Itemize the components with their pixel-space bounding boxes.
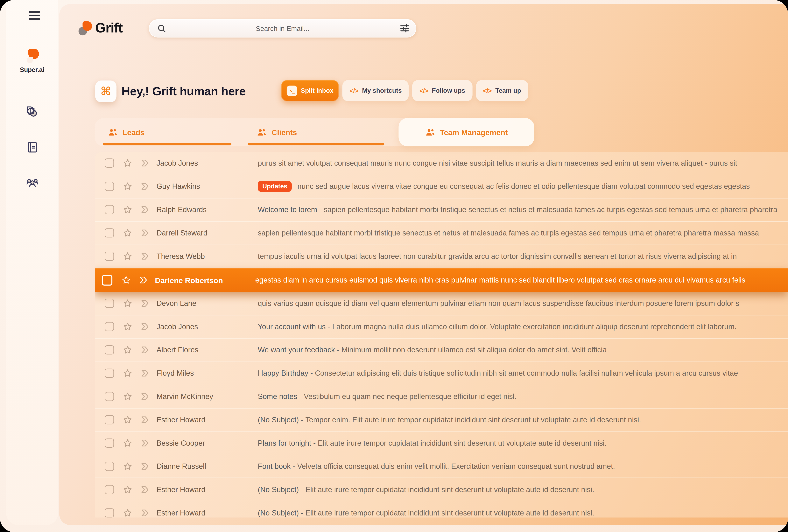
- search-input[interactable]: [149, 19, 416, 38]
- importance-marker-icon[interactable]: [140, 322, 150, 332]
- sender-name: Theresa Webb: [157, 252, 250, 260]
- email-row[interactable]: Dianne Russell Font book - Velveta offic…: [95, 455, 788, 478]
- subject-separator: -: [308, 369, 315, 377]
- email-subject: Welcome to lorem: [258, 206, 317, 214]
- email-row[interactable]: Esther Howard (No Subject) - Elit aute i…: [95, 501, 788, 517]
- chat-bubbles-icon[interactable]: [24, 104, 40, 119]
- snippet-text: Tempor enim. Elit aute irure tempor cupi…: [306, 416, 641, 424]
- row-checkbox[interactable]: [105, 508, 114, 517]
- email-row[interactable]: Theresa Webb tempus iaculis urna id volu…: [95, 245, 788, 268]
- tab-label: Team Management: [440, 128, 508, 137]
- star-icon[interactable]: [122, 438, 133, 448]
- importance-marker-icon[interactable]: [140, 415, 150, 425]
- tab-label: Clients: [272, 128, 297, 137]
- email-row[interactable]: Darlene Robertson egestas diam in arcu c…: [95, 268, 788, 292]
- importance-marker-icon[interactable]: [140, 298, 150, 309]
- email-row[interactable]: Bessie Cooper Plans for tonight - Elit a…: [95, 432, 788, 455]
- importance-marker-icon[interactable]: [140, 205, 150, 215]
- star-icon[interactable]: [122, 345, 133, 355]
- star-icon[interactable]: [122, 368, 133, 378]
- sender-name: Jacob Jones: [157, 159, 250, 168]
- filter-sliders-icon[interactable]: [400, 23, 410, 34]
- tab-bar: Leads Clients Team Management: [95, 118, 534, 146]
- star-icon[interactable]: [122, 158, 133, 169]
- star-icon[interactable]: [122, 228, 133, 238]
- row-checkbox[interactable]: [105, 252, 114, 261]
- email-row[interactable]: Marvin McKinney Some notes - Vestibulum …: [95, 385, 788, 409]
- snippet-text: Elit aute irure tempor cupidatat incidid…: [306, 486, 594, 494]
- star-icon[interactable]: [122, 461, 133, 471]
- row-checkbox[interactable]: [105, 462, 114, 471]
- email-row[interactable]: Esther Howard (No Subject) - Tempor enim…: [95, 409, 788, 432]
- importance-marker-icon[interactable]: [140, 251, 150, 261]
- importance-marker-icon[interactable]: [140, 461, 150, 471]
- tab-team-management[interactable]: Team Management: [399, 118, 534, 146]
- row-checkbox[interactable]: [105, 438, 114, 448]
- importance-marker-icon[interactable]: [140, 392, 150, 402]
- email-subject: (No Subject): [258, 486, 299, 494]
- star-icon[interactable]: [122, 508, 133, 518]
- notebook-icon[interactable]: [24, 140, 40, 155]
- star-icon[interactable]: [121, 275, 131, 285]
- row-checkbox[interactable]: [105, 485, 114, 494]
- importance-marker-icon[interactable]: [140, 345, 150, 355]
- star-icon[interactable]: [122, 181, 133, 192]
- people-group-icon[interactable]: [24, 176, 40, 191]
- row-checkbox[interactable]: [102, 275, 113, 285]
- importance-marker-icon[interactable]: [140, 485, 150, 495]
- row-checkbox[interactable]: [105, 159, 114, 168]
- sender-name: Devon Lane: [157, 299, 250, 308]
- row-checkbox[interactable]: [105, 182, 114, 191]
- star-icon[interactable]: [122, 415, 133, 425]
- email-subject: Happy Birthday: [258, 369, 308, 377]
- follow-ups-button[interactable]: </>Follow ups: [412, 80, 472, 101]
- email-snippet: purus sit amet volutpat consequat mauris…: [258, 159, 788, 168]
- tab-leads[interactable]: Leads: [95, 118, 240, 146]
- star-icon[interactable]: [122, 251, 133, 261]
- email-row[interactable]: Ralph Edwards Welcome to lorem - sapien …: [95, 198, 788, 222]
- importance-marker-icon[interactable]: [138, 275, 149, 285]
- row-checkbox[interactable]: [105, 322, 114, 331]
- star-icon[interactable]: [122, 298, 133, 309]
- importance-marker-icon[interactable]: [140, 438, 150, 448]
- tab-label: Leads: [122, 128, 144, 137]
- team-up-button[interactable]: </>Team up: [476, 80, 528, 101]
- star-icon[interactable]: [122, 392, 133, 402]
- snippet-text: Velveta officia consequat duis enim veli…: [297, 462, 615, 471]
- importance-marker-icon[interactable]: [140, 368, 150, 378]
- importance-marker-icon[interactable]: [140, 181, 150, 192]
- action-label: Split Inbox: [301, 87, 334, 94]
- subject-separator: -: [291, 462, 297, 471]
- my-shortcuts-button[interactable]: </>My shortcuts: [342, 80, 409, 101]
- command-shortcut-button[interactable]: ⌘: [95, 80, 117, 102]
- tab-clients[interactable]: Clients: [240, 118, 393, 146]
- snippet-text: Vestibulum eu quam nec neque pellentesqu…: [304, 393, 516, 401]
- sender-name: Guy Hawkins: [157, 182, 250, 191]
- star-icon[interactable]: [122, 322, 133, 332]
- email-row[interactable]: Esther Howard (No Subject) - Elit aute i…: [95, 478, 788, 502]
- row-checkbox[interactable]: [105, 369, 114, 378]
- hamburger-menu-icon[interactable]: [29, 11, 40, 20]
- email-row[interactable]: Jacob Jones Your account with us - Labor…: [95, 315, 788, 339]
- star-icon[interactable]: [122, 485, 133, 495]
- email-row[interactable]: Jacob Jones purus sit amet volutpat cons…: [95, 152, 788, 175]
- email-row[interactable]: Darrell Steward sapien pellentesque habi…: [95, 222, 788, 245]
- star-icon[interactable]: [122, 205, 133, 215]
- email-row[interactable]: Guy Hawkins Updates nunc sed augue lacus…: [95, 175, 788, 199]
- subject-separator: -: [326, 323, 332, 331]
- row-checkbox[interactable]: [105, 392, 114, 401]
- search-bar[interactable]: [149, 19, 416, 38]
- email-row[interactable]: Devon Lane quis varius quam quisque id d…: [95, 292, 788, 316]
- row-checkbox[interactable]: [105, 346, 114, 355]
- row-checkbox[interactable]: [105, 415, 114, 425]
- row-checkbox[interactable]: [105, 205, 114, 215]
- importance-marker-icon[interactable]: [140, 158, 150, 169]
- email-row[interactable]: Albert Flores We want your feedback - Mi…: [95, 339, 788, 362]
- row-checkbox[interactable]: [105, 299, 114, 308]
- people-icon: [108, 127, 117, 137]
- row-checkbox[interactable]: [105, 229, 114, 238]
- split-inbox-button[interactable]: >_Split Inbox: [281, 80, 339, 101]
- importance-marker-icon[interactable]: [140, 228, 150, 238]
- email-row[interactable]: Floyd Miles Happy Birthday - Consectetur…: [95, 362, 788, 385]
- importance-marker-icon[interactable]: [140, 508, 150, 518]
